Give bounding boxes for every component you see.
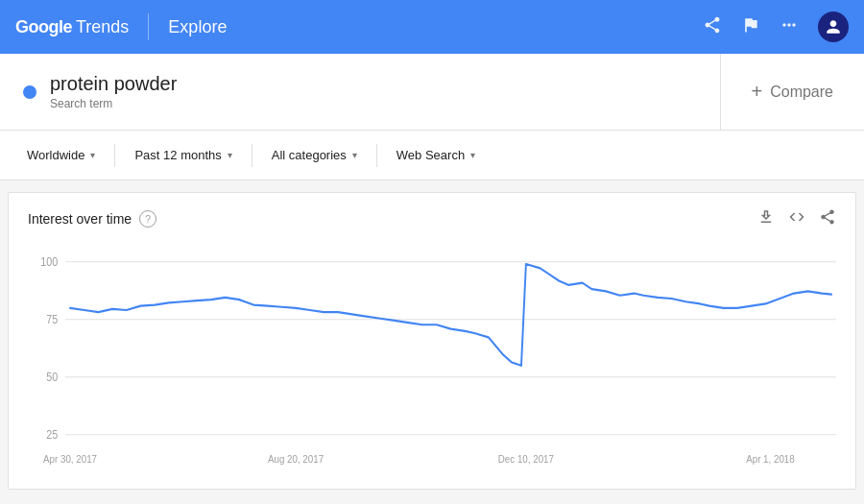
compare-button[interactable]: + Compare: [721, 54, 865, 130]
header-actions: [703, 12, 849, 42]
chart-title-group: Interest over time ?: [28, 210, 156, 228]
chart-container: Interest over time ?: [8, 192, 856, 490]
grid-icon[interactable]: [780, 15, 799, 39]
category-chevron-icon: ▾: [352, 150, 357, 160]
avatar[interactable]: [818, 12, 849, 42]
share-icon[interactable]: [703, 15, 722, 39]
time-filter-label: Past 12 months: [134, 148, 221, 162]
type-chevron-icon: ▾: [470, 150, 475, 160]
chart-help-icon[interactable]: ?: [139, 210, 156, 228]
chart-actions: [757, 208, 836, 229]
time-filter[interactable]: Past 12 months ▾: [123, 140, 243, 170]
svg-text:75: 75: [46, 314, 58, 326]
app-header: Google Trends Explore: [0, 0, 864, 54]
logo-google: Google: [15, 17, 72, 37]
time-chevron-icon: ▾: [228, 150, 232, 160]
compare-plus-icon: +: [752, 81, 763, 103]
search-type-filter-label: Web Search: [396, 148, 465, 162]
chart-title: Interest over time: [28, 211, 132, 227]
header-divider: [148, 13, 149, 40]
svg-text:Apr 1, 2018: Apr 1, 2018: [746, 454, 795, 466]
compare-label: Compare: [770, 84, 833, 101]
svg-text:Aug 20, 2017: Aug 20, 2017: [268, 454, 324, 466]
flag-icon[interactable]: [741, 15, 760, 39]
logo-trends: Trends: [76, 17, 129, 37]
filter-separator-2: [252, 144, 252, 167]
filter-separator-3: [376, 144, 377, 167]
search-text-block: protein powder Search term: [50, 73, 177, 110]
search-term: protein powder: [50, 73, 177, 95]
search-dot: [23, 85, 36, 99]
embed-icon[interactable]: [788, 208, 805, 229]
filter-separator-1: [114, 144, 115, 167]
region-filter[interactable]: Worldwide ▾: [15, 140, 107, 170]
region-chevron-icon: ▾: [90, 150, 95, 160]
svg-text:50: 50: [46, 372, 58, 384]
search-type: Search term: [50, 97, 177, 110]
page-title: Explore: [168, 17, 227, 37]
category-filter[interactable]: All categories ▾: [260, 140, 369, 170]
chart-header: Interest over time ?: [28, 208, 836, 229]
chart-line-svg: 100 75 50 25 Apr 30, 2017 Aug 20, 2017 D…: [28, 241, 836, 471]
category-filter-label: All categories: [272, 148, 347, 162]
search-type-filter[interactable]: Web Search ▾: [385, 140, 487, 170]
svg-text:25: 25: [46, 429, 58, 442]
download-icon[interactable]: [757, 208, 775, 229]
chart-svg: 100 75 50 25 Apr 30, 2017 Aug 20, 2017 D…: [28, 241, 836, 471]
search-area: protein powder Search term + Compare: [0, 54, 864, 131]
svg-text:Apr 30, 2017: Apr 30, 2017: [43, 454, 97, 466]
search-term-block: protein powder Search term: [0, 54, 721, 130]
logo: Google Trends: [15, 17, 129, 37]
svg-text:100: 100: [40, 256, 58, 269]
share-chart-icon[interactable]: [819, 208, 836, 229]
region-filter-label: Worldwide: [27, 148, 84, 162]
filters-bar: Worldwide ▾ Past 12 months ▾ All categor…: [0, 131, 864, 180]
svg-text:Dec 10, 2017: Dec 10, 2017: [498, 454, 554, 466]
